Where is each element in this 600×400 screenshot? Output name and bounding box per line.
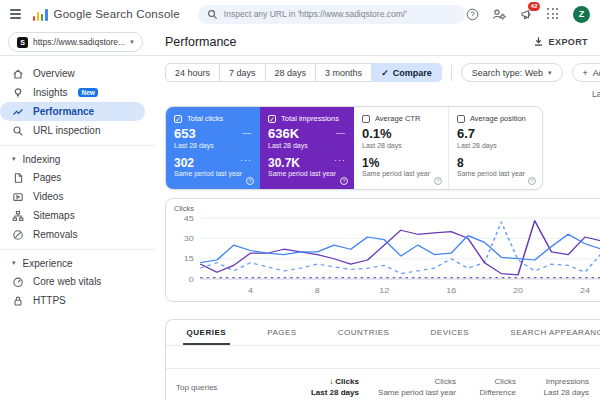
plus-icon: + [583,68,588,78]
total-impressions-card[interactable]: ✓Total impressions 636K— Last 28 days 30… [260,107,354,189]
sidebar-item-pages[interactable]: Pages [0,168,145,187]
lightbulb-icon [12,87,24,99]
tab-countries[interactable]: COUNTRIES [334,320,394,345]
help-icon[interactable] [465,7,479,21]
tab-devices[interactable]: DEVICES [427,320,474,345]
average-position-card[interactable]: Average position 6.7 Last 28 days 8 Same… [448,107,542,189]
sidebar-item-overview[interactable]: Overview [0,64,145,83]
range-7-days-button[interactable]: 7 days [219,63,266,82]
last-update-text: Last update: 14.5 hours ago [165,89,600,99]
svg-text:30: 30 [184,235,195,243]
help-icon[interactable]: ? [340,177,348,185]
svg-text:20: 20 [513,287,524,295]
tabs-row: QUERIES PAGES COUNTRIES DEVICES SEARCH A… [166,320,600,346]
metric-value: 0.1% [362,127,392,140]
metric-compare-value: 30.7K [268,157,300,169]
block-icon [12,229,24,241]
sidebar-item-url-inspection[interactable]: URL inspection [0,121,145,140]
dotted-line-icon: ··· [334,156,346,165]
help-icon[interactable]: ? [246,177,254,185]
sidebar-item-performance[interactable]: Performance [0,102,145,121]
sidebar-item-removals[interactable]: Removals [0,225,145,244]
tab-pages[interactable]: PAGES [263,320,300,345]
sidebar-item-insights[interactable]: Insights New [0,83,145,102]
performance-chart-svg[interactable]: 4545K3030K1515K00481216202428 [172,213,600,299]
checkbox-unchecked-icon[interactable] [362,115,370,123]
manage-users-icon[interactable] [492,7,506,21]
metric-compare-value: 8 [457,157,464,169]
help-icon[interactable]: ? [528,177,536,185]
account-avatar[interactable]: Z [573,6,590,23]
column-header-clicks-current[interactable]: ↓Clicks Last 28 days [281,377,359,399]
sitemap-icon [12,210,24,222]
sidebar-divider [0,249,155,250]
performance-chart-card: Clicks Impressions 4545K3030K1515K004812… [165,198,600,302]
dimension-tabs-card: QUERIES PAGES COUNTRIES DEVICES SEARCH A… [165,319,600,400]
lock-icon [12,295,24,307]
document-icon [12,172,24,184]
feedback-megaphone-icon[interactable]: 42 [519,7,533,21]
home-icon [12,68,24,80]
gauge-icon [12,276,24,288]
sidebar-item-core-web-vitals[interactable]: Core web vitals [0,272,145,291]
performance-chart-icon [12,106,24,118]
main-content: 24 hours 7 days 28 days 3 months ✓ Compa… [155,56,600,400]
compare-toggle-button[interactable]: ✓ Compare [371,63,442,82]
app-title: Google Search Console [54,8,180,20]
sidebar-item-https[interactable]: HTTPS [0,291,145,310]
checkbox-checked-icon[interactable]: ✓ [174,115,182,123]
svg-text:12: 12 [379,287,390,295]
magnifier-icon [12,125,24,137]
range-28-days-button[interactable]: 28 days [265,63,317,82]
property-favicon: S [17,37,28,48]
search-type-dropdown[interactable]: Search type: Web ▾ [461,63,563,82]
metric-compare-value: 1% [362,157,379,169]
chevron-down-icon: ▾ [12,259,16,267]
add-filter-button[interactable]: + Add filter [572,63,600,82]
sidebar-item-sitemaps[interactable]: Sitemaps [0,206,145,225]
property-selector[interactable]: S https://www.sadiqstore... ▾ [8,32,143,52]
top-app-bar: Google Search Console 42 Z [0,0,600,28]
svg-text:45: 45 [184,215,195,223]
column-header-clicks-difference[interactable]: Clicks Difference [456,377,516,399]
checkbox-unchecked-icon[interactable] [457,115,465,123]
tab-search-appearance[interactable]: SEARCH APPEARANCE [506,320,600,345]
range-3-months-button[interactable]: 3 months [315,63,372,82]
chevron-down-icon: ▾ [12,155,16,163]
column-header-impressions-previous[interactable]: Impressions Same period last year [589,377,600,399]
chevron-down-icon: ▾ [130,38,134,46]
page-title: Performance [165,35,237,49]
column-header-impressions-current[interactable]: Impressions Last 28 days [516,377,589,399]
svg-text:24: 24 [580,287,591,295]
new-badge: New [78,88,97,97]
checkbox-checked-icon[interactable]: ✓ [268,115,276,123]
metric-cards: ✓Total clicks 653— Last 28 days 302··· S… [165,106,543,190]
property-url-label: https://www.sadiqstore... [33,37,125,47]
solid-line-icon: — [242,129,252,138]
google-apps-grid-icon[interactable] [546,7,560,21]
metric-value: 636K [268,127,299,140]
table-header-row: Top queries ↓Clicks Last 28 days Clicks … [166,369,600,400]
left-axis-title: Clicks [174,204,194,213]
column-header-top-queries[interactable]: Top queries [176,383,281,392]
column-header-clicks-previous[interactable]: Clicks Same period last year [359,377,456,399]
total-clicks-card[interactable]: ✓Total clicks 653— Last 28 days 302··· S… [166,107,260,189]
export-button[interactable]: EXPORT [533,36,588,47]
help-icon[interactable]: ? [434,177,442,185]
sidebar-section-experience[interactable]: ▾ Experience [0,254,155,272]
hamburger-menu-icon[interactable] [10,9,21,19]
sidebar-section-indexing[interactable]: ▾ Indexing [0,150,155,168]
sort-down-icon: ↓ [329,377,333,386]
sidebar-item-videos[interactable]: Videos [0,187,145,206]
average-ctr-card[interactable]: Average CTR 0.1% Last 28 days 1% Same pe… [354,107,448,189]
search-icon [207,9,218,20]
tab-queries[interactable]: QUERIES [183,320,231,345]
sidebar-divider [0,145,155,146]
table-toolbar [166,346,600,369]
range-24-hours-button[interactable]: 24 hours [165,63,220,82]
url-inspect-input[interactable] [224,9,456,19]
svg-text:0: 0 [189,276,195,284]
svg-text:16: 16 [446,287,457,295]
date-range-segmented-control: 24 hours 7 days 28 days 3 months ✓ Compa… [165,63,442,82]
url-inspect-search-bar[interactable] [198,5,465,24]
